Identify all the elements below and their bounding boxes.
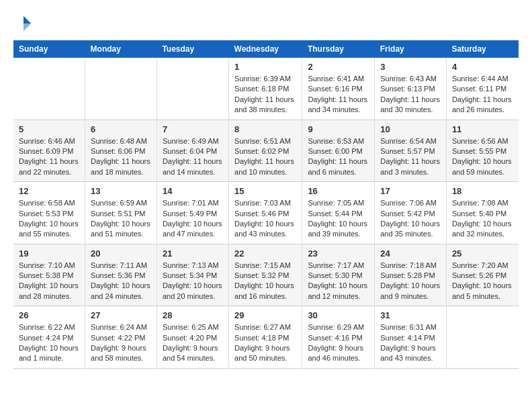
day-number: 13 [91, 186, 151, 196]
day-info: Sunrise: 7:18 AMSunset: 5:28 PMDaylight:… [380, 261, 441, 302]
day-number: 18 [452, 186, 513, 196]
calendar-cell: 4Sunrise: 6:44 AMSunset: 6:11 PMDaylight… [446, 58, 519, 120]
calendar-cell: 25Sunrise: 7:20 AMSunset: 5:26 PMDayligh… [446, 244, 519, 306]
day-info: Sunrise: 6:53 AMSunset: 6:00 PMDaylight:… [308, 136, 369, 178]
calendar-cell: 22Sunrise: 7:15 AMSunset: 5:32 PMDayligh… [229, 244, 302, 306]
calendar-cell: 24Sunrise: 7:18 AMSunset: 5:28 PMDayligh… [375, 244, 447, 306]
day-info: Sunrise: 6:58 AMSunset: 5:53 PMDaylight:… [19, 198, 79, 240]
day-number: 31 [380, 310, 441, 320]
calendar-cell: 31Sunrise: 6:31 AMSunset: 4:14 PMDayligh… [375, 306, 447, 369]
day-number: 4 [452, 62, 513, 72]
day-number: 19 [19, 248, 79, 259]
calendar-cell: 20Sunrise: 7:11 AMSunset: 5:36 PMDayligh… [85, 244, 157, 306]
weekday-header-row: SundayMondayTuesdayWednesdayThursdayFrid… [13, 40, 519, 58]
day-number: 29 [234, 310, 296, 320]
day-info: Sunrise: 6:51 AMSunset: 6:02 PMDaylight:… [234, 136, 296, 178]
day-info: Sunrise: 7:15 AMSunset: 5:32 PMDaylight:… [234, 261, 296, 302]
calendar-cell: 30Sunrise: 6:29 AMSunset: 4:16 PMDayligh… [302, 306, 375, 369]
day-number: 12 [19, 186, 79, 196]
week-row-4: 19Sunrise: 7:10 AMSunset: 5:38 PMDayligh… [13, 244, 519, 306]
day-info: Sunrise: 7:08 AMSunset: 5:40 PMDaylight:… [452, 198, 513, 240]
calendar-cell: 19Sunrise: 7:10 AMSunset: 5:38 PMDayligh… [13, 244, 85, 306]
day-info: Sunrise: 6:54 AMSunset: 5:57 PMDaylight:… [380, 136, 441, 178]
calendar-cell: 9Sunrise: 6:53 AMSunset: 6:00 PMDaylight… [302, 120, 375, 182]
weekday-header-sunday: Sunday [13, 40, 85, 58]
week-row-1: 1Sunrise: 6:39 AMSunset: 6:18 PMDaylight… [13, 58, 519, 120]
calendar-body: 1Sunrise: 6:39 AMSunset: 6:18 PMDaylight… [13, 58, 519, 368]
weekday-header-saturday: Saturday [446, 40, 519, 58]
calendar-cell [157, 58, 228, 120]
day-info: Sunrise: 6:56 AMSunset: 5:55 PMDaylight:… [452, 136, 513, 178]
day-number: 1 [234, 62, 296, 72]
day-number: 8 [234, 124, 296, 134]
calendar-cell: 8Sunrise: 6:51 AMSunset: 6:02 PMDaylight… [229, 120, 302, 182]
calendar-cell: 11Sunrise: 6:56 AMSunset: 5:55 PMDayligh… [446, 120, 519, 182]
calendar-cell [85, 58, 157, 120]
day-info: Sunrise: 6:29 AMSunset: 4:16 PMDaylight:… [308, 322, 369, 364]
day-number: 21 [163, 248, 223, 259]
day-info: Sunrise: 6:24 AMSunset: 4:22 PMDaylight:… [91, 322, 151, 364]
day-number: 28 [163, 310, 223, 320]
svg-marker-1 [24, 24, 31, 31]
calendar-cell: 23Sunrise: 7:17 AMSunset: 5:30 PMDayligh… [302, 244, 375, 306]
calendar-cell: 26Sunrise: 6:22 AMSunset: 4:24 PMDayligh… [13, 306, 85, 369]
day-info: Sunrise: 7:01 AMSunset: 5:49 PMDaylight:… [163, 198, 223, 240]
week-row-5: 26Sunrise: 6:22 AMSunset: 4:24 PMDayligh… [13, 306, 519, 369]
day-info: Sunrise: 6:41 AMSunset: 6:16 PMDaylight:… [308, 74, 369, 116]
weekday-header-thursday: Thursday [302, 40, 375, 58]
day-number: 2 [308, 62, 369, 72]
day-info: Sunrise: 6:43 AMSunset: 6:13 PMDaylight:… [380, 74, 441, 116]
day-number: 23 [308, 248, 369, 259]
svg-marker-0 [24, 16, 31, 24]
day-info: Sunrise: 6:44 AMSunset: 6:11 PMDaylight:… [452, 74, 513, 116]
calendar-cell: 1Sunrise: 6:39 AMSunset: 6:18 PMDaylight… [229, 58, 302, 120]
day-info: Sunrise: 6:25 AMSunset: 4:20 PMDaylight:… [163, 322, 223, 364]
day-number: 11 [452, 124, 513, 134]
day-info: Sunrise: 7:11 AMSunset: 5:36 PMDaylight:… [91, 261, 151, 302]
day-info: Sunrise: 6:27 AMSunset: 4:18 PMDaylight:… [234, 322, 296, 364]
calendar-header: SundayMondayTuesdayWednesdayThursdayFrid… [13, 40, 519, 58]
calendar-cell [446, 306, 519, 369]
calendar-cell: 28Sunrise: 6:25 AMSunset: 4:20 PMDayligh… [157, 306, 228, 369]
day-info: Sunrise: 6:48 AMSunset: 6:06 PMDaylight:… [91, 136, 151, 178]
day-info: Sunrise: 7:13 AMSunset: 5:34 PMDaylight:… [163, 261, 223, 302]
day-info: Sunrise: 7:05 AMSunset: 5:44 PMDaylight:… [308, 198, 369, 240]
calendar-cell: 16Sunrise: 7:05 AMSunset: 5:44 PMDayligh… [302, 182, 375, 244]
day-number: 20 [91, 248, 151, 259]
day-info: Sunrise: 7:17 AMSunset: 5:30 PMDaylight:… [308, 261, 369, 302]
day-number: 26 [19, 310, 79, 320]
day-number: 15 [234, 186, 296, 196]
calendar-cell: 12Sunrise: 6:58 AMSunset: 5:53 PMDayligh… [13, 182, 85, 244]
day-info: Sunrise: 7:10 AMSunset: 5:38 PMDaylight:… [19, 261, 79, 302]
day-info: Sunrise: 6:39 AMSunset: 6:18 PMDaylight:… [234, 74, 296, 116]
day-info: Sunrise: 6:46 AMSunset: 6:09 PMDaylight:… [19, 136, 79, 178]
day-info: Sunrise: 7:06 AMSunset: 5:42 PMDaylight:… [380, 198, 441, 240]
calendar-cell: 17Sunrise: 7:06 AMSunset: 5:42 PMDayligh… [375, 182, 447, 244]
calendar-cell: 10Sunrise: 6:54 AMSunset: 5:57 PMDayligh… [375, 120, 447, 182]
day-number: 27 [91, 310, 151, 320]
weekday-header-monday: Monday [85, 40, 157, 58]
calendar-cell: 27Sunrise: 6:24 AMSunset: 4:22 PMDayligh… [85, 306, 157, 369]
week-row-2: 5Sunrise: 6:46 AMSunset: 6:09 PMDaylight… [13, 120, 519, 182]
day-info: Sunrise: 6:49 AMSunset: 6:04 PMDaylight:… [163, 136, 223, 178]
calendar-cell: 18Sunrise: 7:08 AMSunset: 5:40 PMDayligh… [446, 182, 519, 244]
page-header [13, 13, 519, 34]
day-number: 16 [308, 186, 369, 196]
day-number: 17 [380, 186, 441, 196]
day-info: Sunrise: 7:03 AMSunset: 5:46 PMDaylight:… [234, 198, 296, 240]
day-number: 6 [91, 124, 151, 134]
day-info: Sunrise: 6:31 AMSunset: 4:14 PMDaylight:… [380, 322, 441, 364]
calendar-cell: 5Sunrise: 6:46 AMSunset: 6:09 PMDaylight… [13, 120, 85, 182]
day-number: 5 [19, 124, 79, 134]
day-number: 24 [380, 248, 441, 259]
week-row-3: 12Sunrise: 6:58 AMSunset: 5:53 PMDayligh… [13, 182, 519, 244]
day-number: 10 [380, 124, 441, 134]
day-number: 14 [163, 186, 223, 196]
calendar-cell: 2Sunrise: 6:41 AMSunset: 6:16 PMDaylight… [302, 58, 375, 120]
day-number: 9 [308, 124, 369, 134]
logo [13, 13, 36, 34]
weekday-header-wednesday: Wednesday [229, 40, 302, 58]
day-number: 3 [380, 62, 441, 72]
day-number: 7 [163, 124, 223, 134]
logo-icon [13, 13, 34, 34]
